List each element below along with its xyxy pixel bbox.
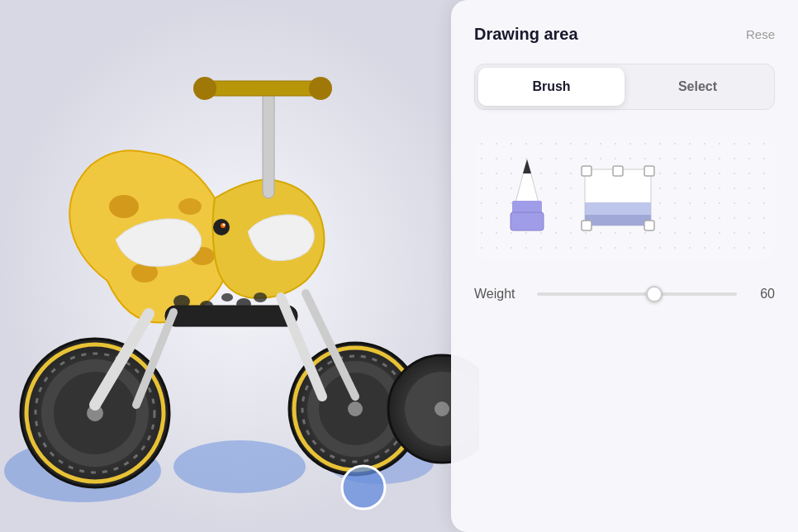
weight-section: Weight 60: [474, 287, 775, 302]
right-panel: Drawing area Rese Brush Select: [451, 0, 798, 532]
select-tool-preview: [577, 153, 659, 244]
weight-label: Weight: [474, 287, 524, 302]
weight-value: 60: [750, 287, 775, 302]
svg-point-15: [223, 224, 226, 226]
brush-preview-svg: [494, 153, 560, 244]
svg-point-11: [193, 77, 216, 100]
svg-rect-50: [613, 166, 623, 176]
svg-rect-10: [205, 81, 321, 96]
select-button[interactable]: Select: [625, 68, 771, 106]
svg-rect-42: [511, 212, 544, 230]
svg-point-36: [254, 292, 267, 302]
svg-marker-40: [523, 159, 531, 173]
svg-point-7: [178, 198, 202, 215]
svg-point-33: [200, 301, 213, 311]
select-preview-svg: [577, 153, 659, 244]
brush-button[interactable]: Brush: [478, 68, 625, 106]
svg-point-4: [109, 195, 139, 218]
svg-rect-45: [585, 215, 651, 226]
svg-point-32: [173, 295, 190, 308]
photo-area: [0, 0, 479, 532]
svg-rect-49: [644, 221, 654, 230]
bike-illustration: [0, 0, 479, 532]
panel-title: Drawing area: [474, 25, 578, 44]
svg-point-12: [309, 77, 332, 100]
brush-tool-preview: [494, 153, 560, 244]
panel-header: Drawing area Rese: [474, 25, 775, 44]
svg-point-2: [173, 440, 306, 493]
tool-toggle-group: Brush Select: [474, 64, 775, 110]
svg-rect-47: [644, 166, 654, 176]
svg-rect-16: [165, 306, 297, 326]
svg-rect-48: [582, 221, 591, 230]
tools-preview-area: [474, 136, 775, 260]
svg-point-35: [236, 298, 251, 310]
svg-point-26: [348, 401, 363, 416]
svg-point-31: [435, 401, 449, 416]
weight-slider[interactable]: [537, 292, 737, 296]
svg-point-34: [221, 293, 233, 302]
reset-link[interactable]: Rese: [746, 27, 775, 41]
svg-rect-46: [582, 166, 591, 176]
svg-rect-9: [263, 83, 274, 198]
svg-point-37: [342, 466, 385, 509]
